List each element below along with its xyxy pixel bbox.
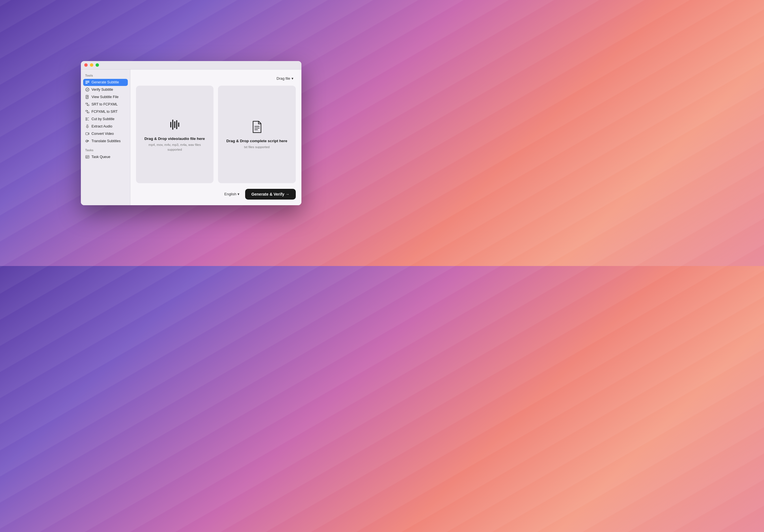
drag-file-row: Drag file ▾ (136, 75, 296, 82)
drop-zone-video[interactable]: Drag & Drop video/audio file here mp4, m… (136, 86, 214, 183)
svg-rect-30 (178, 122, 179, 127)
generate-verify-button[interactable]: Generate & Verify → (245, 189, 296, 200)
sidebar-item-view-subtitle-file[interactable]: View Subtitle File (83, 93, 128, 100)
verify-icon (86, 88, 90, 92)
svg-point-3 (86, 88, 89, 91)
audio-icon (86, 124, 90, 129)
language-label: English (224, 192, 236, 196)
sidebar-item-verify-subtitle-label: Verify Subtitle (92, 88, 113, 91)
sidebar-item-srt-to-fcpxml-label: SRT to FCPXML (92, 102, 118, 106)
generate-verify-label: Generate & Verify → (251, 192, 289, 196)
drop-zones: Drag & Drop video/audio file here mp4, m… (136, 86, 296, 183)
sidebar: Tools Generate Subtitle (81, 70, 130, 205)
tasks-section-label: Tasks (83, 148, 128, 153)
svg-rect-27 (172, 119, 173, 130)
minimize-button[interactable] (90, 63, 93, 67)
sidebar-item-view-subtitle-file-label: View Subtitle File (92, 95, 119, 99)
svg-rect-18 (86, 132, 88, 135)
language-chevron: ▾ (238, 192, 240, 196)
drop-zone-script-title: Drag & Drop complete script here (227, 139, 287, 143)
svg-rect-5 (87, 96, 88, 96)
language-dropdown[interactable]: English ▾ (222, 191, 242, 197)
svg-line-15 (87, 119, 89, 120)
sidebar-item-task-queue-label: Task Queue (92, 155, 110, 159)
sidebar-item-cut-by-subtitle-label: Cut by Subtitle (92, 117, 114, 121)
svg-line-14 (87, 117, 89, 118)
sidebar-item-generate-subtitle[interactable]: Generate Subtitle (83, 79, 128, 86)
svg-rect-26 (170, 122, 171, 127)
drop-zone-video-subtitle: mp4, mov, m4v, mp3, m4a, wav files suppo… (142, 142, 208, 151)
sidebar-item-convert-video[interactable]: Convert Video (83, 130, 128, 137)
sidebar-item-srt-to-fcpxml[interactable]: SRT to FCPXML (83, 101, 128, 108)
translate-icon (86, 139, 90, 143)
view-icon (86, 95, 90, 99)
document-icon (249, 119, 265, 135)
sidebar-item-translate-subtitles-label: Translate Subtitles (92, 139, 121, 143)
audio-waveform-icon (167, 117, 183, 132)
drop-zone-script-subtitle: txt files supported (244, 145, 270, 149)
svg-rect-8 (86, 103, 87, 104)
titlebar (81, 61, 301, 70)
sidebar-item-fcpxml-to-srt-label: FCPXML to SRT (92, 110, 117, 114)
sidebar-item-task-queue[interactable]: Task Queue (83, 153, 128, 161)
video-icon (86, 132, 90, 136)
window-body: Tools Generate Subtitle (81, 70, 301, 205)
svg-rect-9 (88, 104, 89, 106)
sidebar-item-convert-video-label: Convert Video (92, 132, 114, 136)
svg-rect-11 (88, 112, 89, 113)
svg-rect-10 (86, 110, 87, 111)
fcpxml-srt-icon (86, 110, 90, 114)
tools-section-label: Tools (83, 73, 128, 79)
sidebar-item-generate-subtitle-label: Generate Subtitle (92, 80, 119, 84)
subtitle-icon (86, 80, 90, 85)
maximize-button[interactable] (96, 63, 99, 67)
svg-rect-1 (86, 82, 90, 83)
svg-rect-6 (87, 97, 88, 97)
svg-rect-0 (86, 81, 90, 82)
drag-file-dropdown[interactable]: Drag file ▾ (274, 75, 295, 82)
sidebar-item-translate-subtitles[interactable]: Translate Subtitles (83, 138, 128, 145)
sidebar-item-verify-subtitle[interactable]: Verify Subtitle (83, 86, 128, 93)
main-content: Drag file ▾ (130, 70, 301, 205)
app-window: Tools Generate Subtitle (81, 61, 301, 205)
sidebar-item-extract-audio[interactable]: Extract Audio (83, 123, 128, 130)
drop-zone-video-title: Drag & Drop video/audio file here (144, 136, 205, 141)
svg-rect-16 (87, 125, 88, 127)
close-button[interactable] (84, 63, 88, 67)
queue-icon (86, 155, 90, 159)
svg-rect-28 (174, 121, 175, 128)
drag-file-label: Drag file (277, 76, 290, 81)
drop-zone-script[interactable]: Drag & Drop complete script here txt fil… (218, 86, 296, 183)
svg-rect-7 (87, 97, 88, 98)
drag-file-chevron: ▾ (291, 76, 293, 81)
bottom-bar: English ▾ Generate & Verify → (136, 189, 296, 200)
sidebar-item-extract-audio-label: Extract Audio (92, 124, 112, 128)
cut-icon (86, 117, 90, 121)
sidebar-item-fcpxml-to-srt[interactable]: FCPXML to SRT (83, 108, 128, 115)
srt-fcpxml-icon (86, 102, 90, 106)
sidebar-item-cut-by-subtitle[interactable]: Cut by Subtitle (83, 115, 128, 123)
svg-rect-2 (86, 83, 88, 84)
svg-rect-29 (176, 120, 177, 129)
